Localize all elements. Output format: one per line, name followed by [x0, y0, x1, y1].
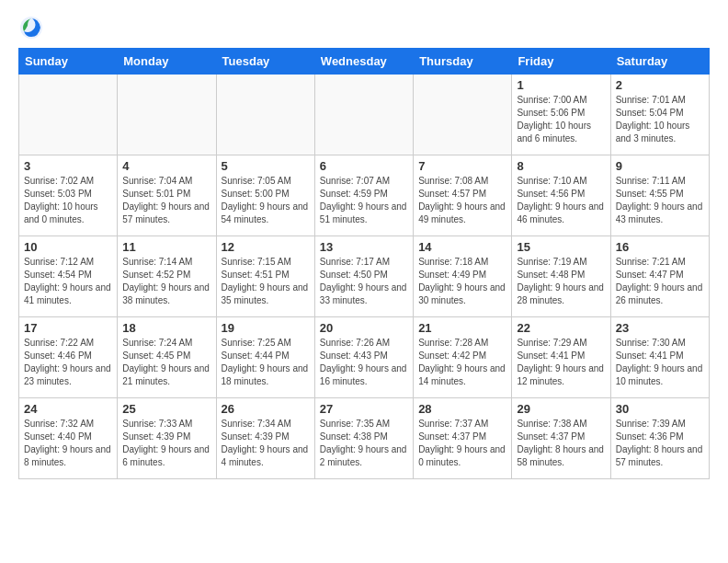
calendar-cell: 10Sunrise: 7:12 AM Sunset: 4:54 PM Dayli…: [19, 236, 118, 317]
calendar-week-3: 10Sunrise: 7:12 AM Sunset: 4:54 PM Dayli…: [19, 236, 710, 317]
day-info: Sunrise: 7:33 AM Sunset: 4:39 PM Dayligh…: [122, 418, 210, 469]
day-number: 6: [320, 159, 408, 173]
day-number: 7: [418, 159, 506, 173]
calendar-cell: 12Sunrise: 7:15 AM Sunset: 4:51 PM Dayli…: [216, 236, 314, 317]
calendar-cell: 20Sunrise: 7:26 AM Sunset: 4:43 PM Dayli…: [314, 317, 413, 398]
day-number: 30: [616, 402, 704, 416]
day-number: 1: [517, 78, 605, 92]
day-number: 13: [320, 240, 408, 254]
day-info: Sunrise: 7:05 AM Sunset: 5:00 PM Dayligh…: [222, 175, 310, 226]
calendar-cell: 25Sunrise: 7:33 AM Sunset: 4:39 PM Dayli…: [118, 398, 216, 479]
day-info: Sunrise: 7:22 AM Sunset: 4:46 PM Dayligh…: [24, 337, 112, 388]
calendar-cell: 13Sunrise: 7:17 AM Sunset: 4:50 PM Dayli…: [314, 236, 413, 317]
day-info: Sunrise: 7:08 AM Sunset: 4:57 PM Dayligh…: [418, 175, 506, 226]
day-info: Sunrise: 7:10 AM Sunset: 4:56 PM Dayligh…: [517, 175, 605, 226]
day-info: Sunrise: 7:15 AM Sunset: 4:51 PM Dayligh…: [222, 256, 310, 307]
day-number: 16: [616, 240, 704, 254]
calendar-cell: 6Sunrise: 7:07 AM Sunset: 4:59 PM Daylig…: [314, 155, 413, 236]
calendar-cell: 26Sunrise: 7:34 AM Sunset: 4:39 PM Dayli…: [216, 398, 314, 479]
weekday-header-friday: Friday: [512, 49, 610, 75]
day-number: 18: [122, 321, 210, 335]
day-info: Sunrise: 7:32 AM Sunset: 4:40 PM Dayligh…: [24, 418, 112, 469]
day-info: Sunrise: 7:18 AM Sunset: 4:49 PM Dayligh…: [418, 256, 506, 307]
calendar-cell: 16Sunrise: 7:21 AM Sunset: 4:47 PM Dayli…: [610, 236, 709, 317]
calendar-cell: 18Sunrise: 7:24 AM Sunset: 4:45 PM Dayli…: [118, 317, 216, 398]
calendar-cell: 2Sunrise: 7:01 AM Sunset: 5:04 PM Daylig…: [610, 75, 709, 155]
calendar-cell: 24Sunrise: 7:32 AM Sunset: 4:40 PM Dayli…: [19, 398, 118, 479]
calendar-table: SundayMondayTuesdayWednesdayThursdayFrid…: [18, 48, 710, 479]
day-info: Sunrise: 7:24 AM Sunset: 4:45 PM Dayligh…: [122, 337, 210, 388]
day-number: 10: [24, 240, 112, 254]
day-info: Sunrise: 7:37 AM Sunset: 4:37 PM Dayligh…: [418, 418, 506, 469]
calendar-cell: 27Sunrise: 7:35 AM Sunset: 4:38 PM Dayli…: [314, 398, 413, 479]
calendar-week-4: 17Sunrise: 7:22 AM Sunset: 4:46 PM Dayli…: [19, 317, 710, 398]
day-number: 24: [24, 402, 112, 416]
weekday-header-thursday: Thursday: [414, 49, 512, 75]
calendar-cell: [216, 75, 314, 155]
day-number: 11: [122, 240, 210, 254]
calendar-cell: 1Sunrise: 7:00 AM Sunset: 5:06 PM Daylig…: [512, 75, 610, 155]
calendar-cell: 23Sunrise: 7:30 AM Sunset: 4:41 PM Dayli…: [610, 317, 709, 398]
day-info: Sunrise: 7:29 AM Sunset: 4:41 PM Dayligh…: [517, 337, 605, 388]
day-number: 12: [222, 240, 310, 254]
weekday-header-wednesday: Wednesday: [314, 49, 413, 75]
day-number: 28: [418, 402, 506, 416]
day-number: 29: [517, 402, 605, 416]
calendar-cell: 22Sunrise: 7:29 AM Sunset: 4:41 PM Dayli…: [512, 317, 610, 398]
calendar-cell: 29Sunrise: 7:38 AM Sunset: 4:37 PM Dayli…: [512, 398, 610, 479]
day-info: Sunrise: 7:39 AM Sunset: 4:36 PM Dayligh…: [616, 418, 704, 469]
day-info: Sunrise: 7:00 AM Sunset: 5:06 PM Dayligh…: [517, 94, 605, 145]
day-number: 25: [122, 402, 210, 416]
calendar-week-5: 24Sunrise: 7:32 AM Sunset: 4:40 PM Dayli…: [19, 398, 710, 479]
day-info: Sunrise: 7:11 AM Sunset: 4:55 PM Dayligh…: [616, 175, 704, 226]
day-info: Sunrise: 7:38 AM Sunset: 4:37 PM Dayligh…: [517, 418, 605, 469]
calendar-cell: [414, 75, 512, 155]
day-info: Sunrise: 7:12 AM Sunset: 4:54 PM Dayligh…: [24, 256, 112, 307]
calendar-cell: 21Sunrise: 7:28 AM Sunset: 4:42 PM Dayli…: [414, 317, 512, 398]
header: [18, 15, 710, 40]
day-info: Sunrise: 7:19 AM Sunset: 4:48 PM Dayligh…: [517, 256, 605, 307]
calendar-body: 1Sunrise: 7:00 AM Sunset: 5:06 PM Daylig…: [19, 75, 710, 479]
calendar-cell: 28Sunrise: 7:37 AM Sunset: 4:37 PM Dayli…: [414, 398, 512, 479]
calendar-cell: 7Sunrise: 7:08 AM Sunset: 4:57 PM Daylig…: [414, 155, 512, 236]
calendar-cell: 3Sunrise: 7:02 AM Sunset: 5:03 PM Daylig…: [19, 155, 118, 236]
day-number: 8: [517, 159, 605, 173]
calendar-cell: 9Sunrise: 7:11 AM Sunset: 4:55 PM Daylig…: [610, 155, 709, 236]
day-number: 17: [24, 321, 112, 335]
weekday-header-sunday: Sunday: [19, 49, 118, 75]
calendar-cell: 11Sunrise: 7:14 AM Sunset: 4:52 PM Dayli…: [118, 236, 216, 317]
day-info: Sunrise: 7:04 AM Sunset: 5:01 PM Dayligh…: [122, 175, 210, 226]
day-info: Sunrise: 7:26 AM Sunset: 4:43 PM Dayligh…: [320, 337, 408, 388]
weekday-header-saturday: Saturday: [610, 49, 709, 75]
day-info: Sunrise: 7:25 AM Sunset: 4:44 PM Dayligh…: [222, 337, 310, 388]
calendar-cell: 8Sunrise: 7:10 AM Sunset: 4:56 PM Daylig…: [512, 155, 610, 236]
day-info: Sunrise: 7:34 AM Sunset: 4:39 PM Dayligh…: [222, 418, 310, 469]
calendar-cell: 5Sunrise: 7:05 AM Sunset: 5:00 PM Daylig…: [216, 155, 314, 236]
weekday-header-row: SundayMondayTuesdayWednesdayThursdayFrid…: [19, 49, 710, 75]
calendar-cell: 19Sunrise: 7:25 AM Sunset: 4:44 PM Dayli…: [216, 317, 314, 398]
calendar-week-2: 3Sunrise: 7:02 AM Sunset: 5:03 PM Daylig…: [19, 155, 710, 236]
day-number: 9: [616, 159, 704, 173]
day-number: 14: [418, 240, 506, 254]
day-info: Sunrise: 7:17 AM Sunset: 4:50 PM Dayligh…: [320, 256, 408, 307]
calendar-cell: [19, 75, 118, 155]
weekday-header-monday: Monday: [118, 49, 216, 75]
day-number: 23: [616, 321, 704, 335]
day-number: 26: [222, 402, 310, 416]
calendar-cell: [118, 75, 216, 155]
day-info: Sunrise: 7:07 AM Sunset: 4:59 PM Dayligh…: [320, 175, 408, 226]
day-info: Sunrise: 7:28 AM Sunset: 4:42 PM Dayligh…: [418, 337, 506, 388]
weekday-header-tuesday: Tuesday: [216, 49, 314, 75]
calendar-cell: 30Sunrise: 7:39 AM Sunset: 4:36 PM Dayli…: [610, 398, 709, 479]
day-info: Sunrise: 7:02 AM Sunset: 5:03 PM Dayligh…: [24, 175, 112, 226]
day-info: Sunrise: 7:21 AM Sunset: 4:47 PM Dayligh…: [616, 256, 704, 307]
day-info: Sunrise: 7:14 AM Sunset: 4:52 PM Dayligh…: [122, 256, 210, 307]
calendar-header: SundayMondayTuesdayWednesdayThursdayFrid…: [19, 49, 710, 75]
day-info: Sunrise: 7:35 AM Sunset: 4:38 PM Dayligh…: [320, 418, 408, 469]
calendar-cell: 4Sunrise: 7:04 AM Sunset: 5:01 PM Daylig…: [118, 155, 216, 236]
calendar-cell: 14Sunrise: 7:18 AM Sunset: 4:49 PM Dayli…: [414, 236, 512, 317]
calendar-cell: [314, 75, 413, 155]
day-number: 21: [418, 321, 506, 335]
day-number: 4: [122, 159, 210, 173]
day-number: 22: [517, 321, 605, 335]
